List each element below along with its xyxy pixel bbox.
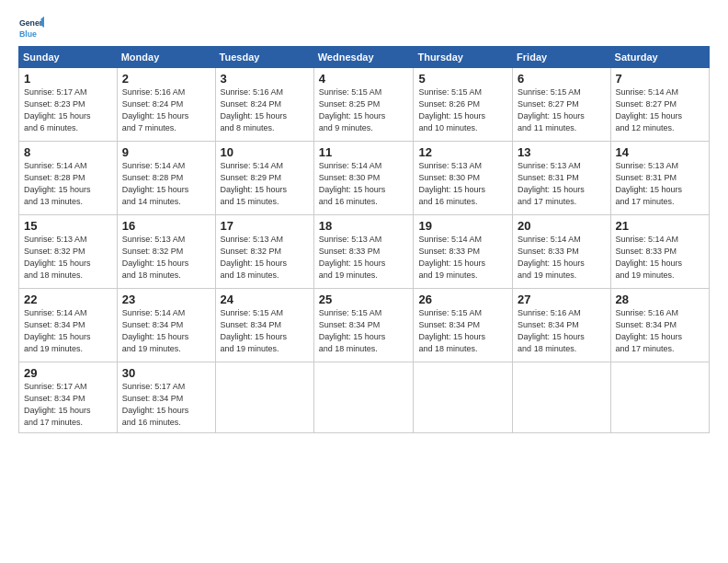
day-info: Sunrise: 5:16 AM Sunset: 8:24 PM Dayligh… [221, 86, 309, 134]
calendar-cell: 28Sunrise: 5:16 AM Sunset: 8:34 PM Dayli… [610, 289, 709, 362]
day-info: Sunrise: 5:14 AM Sunset: 8:33 PM Dayligh… [616, 234, 704, 282]
column-header-monday: Monday [117, 47, 215, 68]
day-info: Sunrise: 5:17 AM Sunset: 8:34 PM Dayligh… [24, 381, 112, 429]
day-info: Sunrise: 5:14 AM Sunset: 8:34 PM Dayligh… [24, 307, 112, 355]
day-number: 17 [221, 219, 309, 233]
day-info: Sunrise: 5:13 AM Sunset: 8:30 PM Dayligh… [418, 160, 507, 208]
day-info: Sunrise: 5:14 AM Sunset: 8:28 PM Dayligh… [24, 160, 112, 208]
day-number: 3 [221, 72, 309, 86]
day-number: 25 [319, 293, 409, 306]
calendar-cell: 12Sunrise: 5:13 AM Sunset: 8:30 PM Dayli… [414, 142, 513, 215]
calendar-cell: 20Sunrise: 5:14 AM Sunset: 8:33 PM Dayli… [513, 215, 610, 289]
day-info: Sunrise: 5:14 AM Sunset: 8:28 PM Dayligh… [122, 160, 210, 208]
day-info: Sunrise: 5:15 AM Sunset: 8:25 PM Dayligh… [319, 86, 409, 134]
calendar-cell: 9Sunrise: 5:14 AM Sunset: 8:28 PM Daylig… [117, 142, 215, 215]
day-info: Sunrise: 5:17 AM Sunset: 8:23 PM Dayligh… [24, 86, 112, 134]
day-info: Sunrise: 5:15 AM Sunset: 8:27 PM Dayligh… [518, 86, 605, 134]
calendar-cell [414, 362, 513, 433]
calendar-week-row: 15Sunrise: 5:13 AM Sunset: 8:32 PM Dayli… [19, 215, 710, 289]
calendar-cell: 3Sunrise: 5:16 AM Sunset: 8:24 PM Daylig… [215, 68, 313, 142]
day-info: Sunrise: 5:14 AM Sunset: 8:33 PM Dayligh… [518, 234, 605, 282]
column-header-tuesday: Tuesday [215, 47, 313, 68]
calendar-cell: 26Sunrise: 5:15 AM Sunset: 8:34 PM Dayli… [414, 289, 513, 362]
column-header-sunday: Sunday [19, 47, 118, 68]
calendar-cell: 23Sunrise: 5:14 AM Sunset: 8:34 PM Dayli… [117, 289, 215, 362]
day-number: 29 [24, 366, 112, 380]
calendar-cell: 1Sunrise: 5:17 AM Sunset: 8:23 PM Daylig… [19, 68, 118, 142]
column-header-saturday: Saturday [610, 47, 709, 68]
day-number: 21 [616, 219, 704, 233]
day-number: 15 [24, 219, 112, 233]
calendar-cell: 16Sunrise: 5:13 AM Sunset: 8:32 PM Dayli… [117, 215, 215, 289]
calendar-cell: 18Sunrise: 5:13 AM Sunset: 8:33 PM Dayli… [313, 215, 414, 289]
calendar-cell: 14Sunrise: 5:13 AM Sunset: 8:31 PM Dayli… [610, 142, 709, 215]
day-number: 18 [319, 219, 409, 233]
calendar-table: SundayMondayTuesdayWednesdayThursdayFrid… [18, 46, 710, 433]
calendar-cell: 21Sunrise: 5:14 AM Sunset: 8:33 PM Dayli… [610, 215, 709, 289]
day-number: 9 [122, 145, 210, 159]
day-number: 16 [122, 219, 210, 233]
calendar-cell: 7Sunrise: 5:14 AM Sunset: 8:27 PM Daylig… [610, 68, 709, 142]
day-info: Sunrise: 5:15 AM Sunset: 8:34 PM Dayligh… [221, 307, 309, 355]
calendar-cell [513, 362, 610, 433]
day-number: 26 [418, 293, 507, 306]
day-number: 12 [418, 145, 507, 159]
day-number: 11 [319, 145, 409, 159]
day-info: Sunrise: 5:13 AM Sunset: 8:31 PM Dayligh… [616, 160, 704, 208]
calendar-cell: 15Sunrise: 5:13 AM Sunset: 8:32 PM Dayli… [19, 215, 118, 289]
svg-text:Blue: Blue [19, 29, 37, 39]
day-number: 30 [122, 366, 210, 380]
calendar-cell: 30Sunrise: 5:17 AM Sunset: 8:34 PM Dayli… [117, 362, 215, 433]
calendar-week-row: 29Sunrise: 5:17 AM Sunset: 8:34 PM Dayli… [19, 362, 710, 433]
calendar-cell [610, 362, 709, 433]
calendar-cell: 4Sunrise: 5:15 AM Sunset: 8:25 PM Daylig… [313, 68, 414, 142]
day-number: 27 [518, 293, 605, 306]
calendar-cell: 25Sunrise: 5:15 AM Sunset: 8:34 PM Dayli… [313, 289, 414, 362]
day-info: Sunrise: 5:15 AM Sunset: 8:26 PM Dayligh… [418, 86, 507, 134]
day-info: Sunrise: 5:15 AM Sunset: 8:34 PM Dayligh… [418, 307, 507, 355]
day-info: Sunrise: 5:13 AM Sunset: 8:32 PM Dayligh… [24, 234, 112, 282]
calendar-cell [313, 362, 414, 433]
day-number: 14 [616, 145, 704, 159]
day-number: 4 [319, 72, 409, 86]
day-number: 1 [24, 72, 112, 86]
day-info: Sunrise: 5:14 AM Sunset: 8:27 PM Dayligh… [616, 86, 704, 134]
day-number: 22 [24, 293, 112, 306]
calendar-cell: 22Sunrise: 5:14 AM Sunset: 8:34 PM Dayli… [19, 289, 118, 362]
day-info: Sunrise: 5:17 AM Sunset: 8:34 PM Dayligh… [122, 381, 210, 429]
day-info: Sunrise: 5:13 AM Sunset: 8:32 PM Dayligh… [122, 234, 210, 282]
calendar-cell: 2Sunrise: 5:16 AM Sunset: 8:24 PM Daylig… [117, 68, 215, 142]
column-header-thursday: Thursday [414, 47, 513, 68]
day-info: Sunrise: 5:15 AM Sunset: 8:34 PM Dayligh… [319, 307, 409, 355]
day-info: Sunrise: 5:13 AM Sunset: 8:33 PM Dayligh… [319, 234, 409, 282]
day-info: Sunrise: 5:13 AM Sunset: 8:32 PM Dayligh… [221, 234, 309, 282]
page: General Blue SundayMondayTuesdayWednesda… [0, 0, 728, 563]
header: General Blue [18, 15, 710, 40]
calendar-week-row: 8Sunrise: 5:14 AM Sunset: 8:28 PM Daylig… [19, 142, 710, 215]
day-number: 2 [122, 72, 210, 86]
day-number: 8 [24, 145, 112, 159]
calendar-cell: 13Sunrise: 5:13 AM Sunset: 8:31 PM Dayli… [513, 142, 610, 215]
day-number: 7 [616, 72, 704, 86]
day-info: Sunrise: 5:14 AM Sunset: 8:29 PM Dayligh… [221, 160, 309, 208]
logo: General Blue [18, 15, 44, 40]
calendar-cell: 11Sunrise: 5:14 AM Sunset: 8:30 PM Dayli… [313, 142, 414, 215]
calendar-cell: 19Sunrise: 5:14 AM Sunset: 8:33 PM Dayli… [414, 215, 513, 289]
calendar-cell: 10Sunrise: 5:14 AM Sunset: 8:29 PM Dayli… [215, 142, 313, 215]
calendar-cell: 27Sunrise: 5:16 AM Sunset: 8:34 PM Dayli… [513, 289, 610, 362]
calendar-cell: 5Sunrise: 5:15 AM Sunset: 8:26 PM Daylig… [414, 68, 513, 142]
day-number: 5 [418, 72, 507, 86]
day-number: 10 [221, 145, 309, 159]
day-number: 28 [616, 293, 704, 306]
logo-icon: General Blue [18, 15, 44, 40]
day-number: 24 [221, 293, 309, 306]
day-info: Sunrise: 5:16 AM Sunset: 8:34 PM Dayligh… [518, 307, 605, 355]
day-info: Sunrise: 5:16 AM Sunset: 8:34 PM Dayligh… [616, 307, 704, 355]
calendar-cell: 24Sunrise: 5:15 AM Sunset: 8:34 PM Dayli… [215, 289, 313, 362]
calendar-cell: 6Sunrise: 5:15 AM Sunset: 8:27 PM Daylig… [513, 68, 610, 142]
calendar-cell: 17Sunrise: 5:13 AM Sunset: 8:32 PM Dayli… [215, 215, 313, 289]
day-info: Sunrise: 5:14 AM Sunset: 8:33 PM Dayligh… [418, 234, 507, 282]
calendar-week-row: 1Sunrise: 5:17 AM Sunset: 8:23 PM Daylig… [19, 68, 710, 142]
svg-text:General: General [19, 18, 44, 28]
calendar-cell: 29Sunrise: 5:17 AM Sunset: 8:34 PM Dayli… [19, 362, 118, 433]
